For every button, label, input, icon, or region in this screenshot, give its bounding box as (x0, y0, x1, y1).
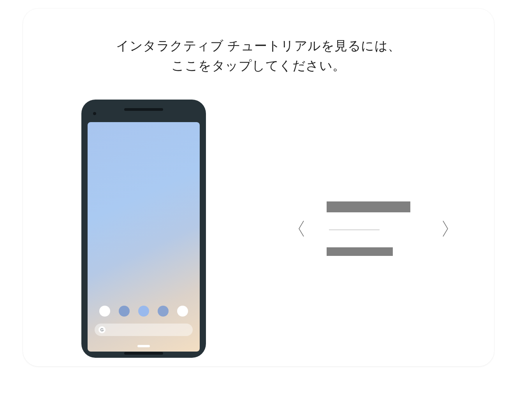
phone-camera-icon (93, 112, 96, 115)
dock-dots (88, 306, 200, 317)
dock-dot (99, 306, 110, 317)
placeholder-line (329, 229, 380, 230)
dock-dot (158, 306, 169, 317)
placeholder-bar (327, 247, 393, 256)
heading-line-2: ここをタップしてください。 (116, 56, 401, 75)
dock-dot (138, 306, 149, 317)
previous-button[interactable] (295, 218, 307, 240)
dock-dot (119, 306, 130, 317)
heading-line-1: インタラクティブ チュートリアルを見るには、 (116, 36, 401, 56)
phone-speaker-icon (124, 108, 163, 111)
google-g-icon: G (98, 326, 106, 333)
placeholder-bar (327, 201, 410, 212)
carousel (295, 201, 451, 256)
tutorial-card[interactable]: インタラクティブ チュートリアルを見るには、 ここをタップしてください。 G (23, 9, 494, 366)
next-button[interactable] (440, 218, 451, 240)
home-indicator-icon (137, 345, 150, 347)
dock-dot (177, 306, 188, 317)
placeholder-content (327, 201, 420, 256)
phone-illustration: G (81, 100, 206, 358)
chevron-right-icon (441, 219, 450, 238)
tutorial-heading: インタラクティブ チュートリアルを見るには、 ここをタップしてください。 (116, 36, 401, 75)
phone-screen: G (88, 122, 200, 352)
google-g-letter: G (100, 327, 104, 332)
phone-bottom-speaker-icon (124, 352, 163, 355)
search-bar: G (95, 324, 193, 336)
chevron-left-icon (297, 219, 306, 238)
content-row: G (23, 91, 494, 366)
